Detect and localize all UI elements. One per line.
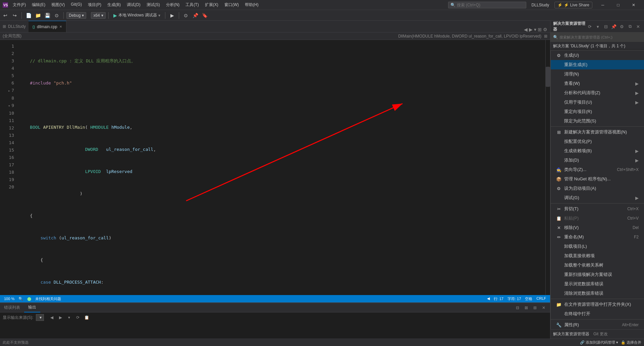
menu-rebuild[interactable]: 重新生成(E) <box>551 60 644 69</box>
output-action-3[interactable]: ▾ <box>65 314 73 321</box>
menu-project-only[interactable]: 仅用于项目(U) ▶ <box>551 98 644 107</box>
menu-load-direct[interactable]: 加载直接依赖项 <box>551 251 644 261</box>
se-settings-icon[interactable]: ⚙ <box>619 23 625 30</box>
menu-new-view[interactable]: ⊞ 新建解决方案资源管理器视图(N) <box>551 127 644 137</box>
se-collapse-icon[interactable]: ⊟ <box>602 23 609 30</box>
menu-clean[interactable]: 清理(N) <box>551 69 644 79</box>
menu-project[interactable]: 项目(P) <box>85 1 104 8</box>
output-btn-3[interactable]: ⊞ <box>531 304 539 311</box>
menu-tools[interactable]: 工具(T) <box>183 1 201 8</box>
menu-analyze[interactable]: 分析(N) <box>163 1 182 8</box>
config-dropdown[interactable]: Debug ▾ <box>66 12 86 19</box>
editor-scrollbar[interactable] <box>545 40 550 295</box>
tab-menu-icon[interactable]: ▾ <box>534 27 536 32</box>
menu-file[interactable]: 文件(F) <box>10 1 29 8</box>
menu-git[interactable]: Git(G) <box>68 1 85 8</box>
search-input[interactable] <box>457 3 524 7</box>
minimize-button[interactable]: ─ <box>595 0 610 10</box>
menu-show-browse-errors[interactable]: 显示浏览数据库错误 <box>551 279 644 289</box>
toolbar-debug-play[interactable]: ▶ <box>168 11 176 19</box>
zoom-icon[interactable]: 🔍 <box>18 297 23 301</box>
se-tab-solution-explorer[interactable]: 解决方案资源管理器 <box>553 331 589 337</box>
live-share-button[interactable]: ⚡ ⚡ Live Share <box>554 2 592 8</box>
close-button[interactable]: ✕ <box>626 0 641 10</box>
menu-analyze[interactable]: 分析和代码清理(Z) ▶ <box>551 88 644 98</box>
output-btn-1[interactable]: ⊟ <box>514 304 521 311</box>
toolbar-undo[interactable]: ↩ <box>1 11 9 19</box>
split-editor-icon[interactable]: ⊞ <box>538 27 542 32</box>
menu-paste[interactable]: 📋 粘贴(P) Ctrl+V <box>551 214 644 223</box>
toolbar-open[interactable]: 📁 <box>34 11 42 19</box>
platform-dropdown[interactable]: x64 ▾ <box>91 12 105 19</box>
scroll-arrow-left-icon[interactable]: ◀ <box>487 296 490 301</box>
select-merge-button[interactable]: 🔒 选择合并 <box>621 340 641 345</box>
breadcrumb-expand-icon[interactable]: ⊞ <box>544 34 547 39</box>
tab-scroll-right-icon[interactable]: ▶ <box>529 27 533 32</box>
menu-test[interactable]: 测试(S) <box>144 1 163 8</box>
toolbar-redo[interactable]: ↪ <box>11 11 19 19</box>
tab-output[interactable]: 输出 <box>24 303 40 312</box>
menu-properties[interactable]: 🔧 属性(R) Alt+Enter <box>551 320 644 330</box>
menu-retarget[interactable]: 重定向项目(R) <box>551 107 644 116</box>
output-close-icon[interactable]: ✕ <box>540 304 547 311</box>
menu-cut[interactable]: ✂ 剪切(T) Ctrl+X <box>551 204 644 214</box>
se-tab-git[interactable]: Git 更改 <box>593 331 608 337</box>
menu-remove[interactable]: ✕ 移除(V) Del <box>551 223 644 232</box>
menu-add[interactable]: 添加(D) ▶ <box>551 156 644 165</box>
menu-build[interactable]: 生成(B) <box>105 1 123 8</box>
output-action-5[interactable]: 📋 <box>83 314 90 321</box>
menu-class-wizard[interactable]: 🧙 类向导(Z)... Ctrl+Shift+X <box>551 165 644 174</box>
se-sync-icon[interactable]: ⟳ <box>586 23 593 30</box>
menu-clear-browse-errors[interactable]: 清除浏览数据库错误 <box>551 289 644 298</box>
toolbar-save[interactable]: 💾 <box>43 11 51 19</box>
menu-set-startup[interactable]: ⚙ 设为启动项目(A) <box>551 184 644 193</box>
scrollbar-thumb[interactable] <box>546 67 550 87</box>
se-filter-icon[interactable]: ▾ <box>594 23 601 30</box>
menu-nuget[interactable]: 📦 管理 NuGet 程序包(N)... <box>551 174 644 184</box>
search-box[interactable]: 🔍 <box>448 2 526 8</box>
output-action-1[interactable]: ◀ <box>48 314 55 321</box>
menu-view[interactable]: 视图(V) <box>49 1 67 8</box>
maximize-button[interactable]: □ <box>610 0 626 10</box>
add-to-vcs-button[interactable]: 🔗 添加到源代码管理 ▾ <box>580 340 618 345</box>
se-search[interactable]: 🔍 <box>550 33 644 42</box>
menu-debug[interactable]: 调试(D) <box>124 1 143 8</box>
menu-pgo[interactable]: 按配置优化(P) <box>551 137 644 146</box>
toolbar-save-all[interactable]: ⊙ <box>53 11 61 19</box>
menu-view[interactable]: 查看(W) ▶ <box>551 79 644 88</box>
se-pin-icon[interactable]: 📌 <box>610 23 617 30</box>
toolbar-new[interactable]: 📄 <box>24 11 33 19</box>
code-editor[interactable]: 1 2 3 4 5 6 ▸7 8 ▾9 10 11 <box>0 40 550 295</box>
settings-icon[interactable]: ⚙ <box>543 27 547 32</box>
start-debug-button[interactable]: ▶ 本地 Windows 调试器 ▾ <box>111 12 162 19</box>
output-action-2[interactable]: ▶ <box>57 314 64 321</box>
menu-open-folder[interactable]: 📁 在文件资源管理器中打开文件夹(X) <box>551 300 644 309</box>
se-float-icon[interactable]: ⧉ <box>627 23 633 30</box>
editor-tab-dllmain[interactable]: {} dllmain.cpp ✕ <box>29 21 66 32</box>
menu-edit[interactable]: 编辑(E) <box>29 1 48 8</box>
code-content[interactable]: // dllmain.cpp : 定义 DLL 应用程序的入口点。 #inclu… <box>17 40 545 295</box>
toolbar-btn-2[interactable]: 📌 <box>191 11 199 19</box>
menu-window[interactable]: 窗口(W) <box>222 1 241 8</box>
toolbar-btn-1[interactable]: ⊙ <box>182 11 190 19</box>
tab-errors[interactable]: 错误列表 <box>0 303 24 312</box>
menu-scope[interactable]: 限定为此范围(S) <box>551 116 644 126</box>
menu-load-all[interactable]: 加载整个依赖关系树 <box>551 261 644 270</box>
se-close-icon[interactable]: ✕ <box>635 23 641 30</box>
menu-rescan[interactable]: 重新扫描项解决方案错误 <box>551 270 644 279</box>
menu-build[interactable]: ⚙ 生成(U) <box>551 51 644 60</box>
tab-scroll-left-icon[interactable]: ◀ <box>524 27 528 32</box>
menu-debug-submenu[interactable]: 调试(G) ▶ <box>551 193 644 203</box>
output-btn-2[interactable]: ⊠ <box>523 304 530 311</box>
menu-help[interactable]: 帮助(H) <box>242 1 261 8</box>
toolbar-btn-3[interactable]: 🔖 <box>201 11 209 19</box>
menu-extensions[interactable]: 扩展(X) <box>202 1 221 8</box>
output-source-dropdown[interactable]: ▾ <box>36 314 44 321</box>
tab-close-icon[interactable]: ✕ <box>59 25 62 28</box>
menu-deps[interactable]: 生成依赖项(B) ▶ <box>551 146 644 156</box>
se-search-input[interactable] <box>559 35 641 39</box>
output-action-4[interactable]: ⟳ <box>74 314 82 321</box>
menu-rename[interactable]: ✏ 重命名(M) F2 <box>551 232 644 242</box>
menu-open-terminal[interactable]: 在终端中打开 <box>551 309 644 319</box>
menu-unload[interactable]: 卸载项目(L) <box>551 242 644 251</box>
